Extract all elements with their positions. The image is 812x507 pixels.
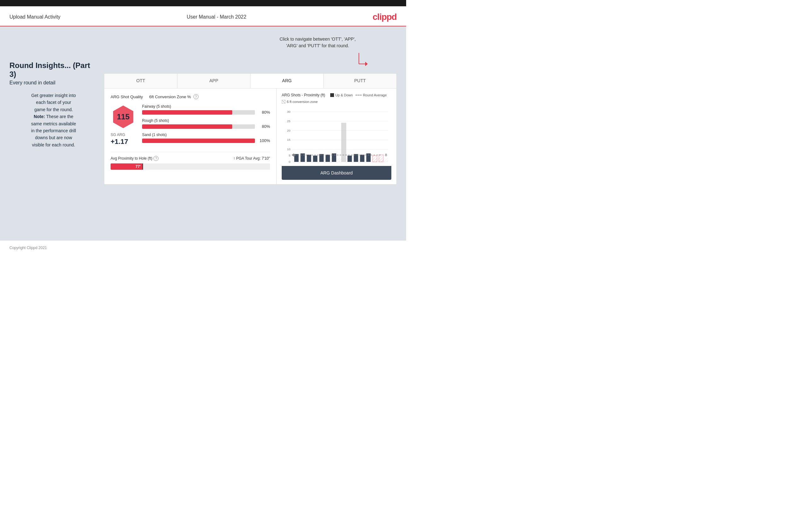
legend-roundavg: Round Average: [355, 93, 387, 97]
bar-rough-fill: [142, 124, 232, 129]
bar-sand-container: [142, 138, 255, 143]
bar-fairway: Fairway (5 shots) 80%: [142, 104, 270, 115]
main-card: OTT APP ARG PUTT ARG Shot Quality 6ft Co…: [104, 73, 397, 184]
tab-app[interactable]: APP: [177, 74, 251, 88]
bar-fairway-fill: [142, 110, 232, 115]
sg-value: +1.17: [111, 137, 136, 146]
card-right-section: ARG Shots - Proximity (ft) Up & Down Rou…: [277, 89, 396, 184]
proximity-label-text: Avg Proximity to Hole (ft): [111, 156, 152, 161]
proximity-bar-fill: 77': [111, 163, 142, 170]
left-panel: Round Insights... (Part 3) Every round i…: [9, 36, 98, 148]
legend-updown: Up & Down: [330, 93, 353, 97]
arg-dashboard-button[interactable]: ARG Dashboard: [282, 166, 391, 180]
upload-link[interactable]: Upload Manual Activity: [9, 14, 60, 20]
card-left-header: ARG Shot Quality 6ft Conversion Zone % ?: [111, 94, 270, 99]
hex-badge: 115 SG ARG +1.17: [111, 104, 136, 146]
svg-rect-21: [301, 153, 305, 162]
bar-sand-fill: [142, 138, 255, 143]
proximity-info-icon[interactable]: ?: [153, 156, 158, 161]
pga-avg: ↑ PGA Tour Avg: 7'10": [233, 156, 270, 161]
header: Upload Manual Activity User Manual - Mar…: [0, 6, 406, 26]
proximity-section: Avg Proximity to Hole (ft) ? ↑ PGA Tour …: [111, 152, 270, 170]
insight-line2: each facet of your: [36, 100, 71, 105]
nav-arrow-icon: [349, 53, 368, 70]
note-line3: in the performance drill: [31, 128, 76, 133]
legend-updown-icon: [330, 93, 334, 97]
svg-rect-25: [325, 155, 330, 162]
hex-section: 115 SG ARG +1.17 Fairway (5 sh: [111, 104, 270, 147]
legend-roundavg-label: Round Average: [363, 93, 387, 97]
svg-marker-2: [365, 62, 368, 66]
legend-conversion: 6 ft conversion zone: [282, 100, 318, 104]
chart-area: 30 25 20 15 10 5 0: [282, 106, 391, 166]
info-icon[interactable]: ?: [194, 94, 199, 99]
chart-svg: 30 25 20 15 10 5 0: [282, 106, 391, 166]
svg-text:15: 15: [287, 138, 291, 142]
hint-row: Click to navigate between 'OTT', 'APP','…: [104, 36, 397, 49]
hex-number: 115: [117, 112, 130, 121]
right-panel: Click to navigate between 'OTT', 'APP','…: [104, 36, 397, 184]
svg-rect-33: [379, 155, 383, 162]
svg-rect-24: [319, 154, 323, 162]
svg-text:25: 25: [287, 119, 291, 123]
tab-bar: OTT APP ARG PUTT: [104, 74, 396, 89]
bar-rough-container: [142, 124, 255, 129]
svg-text:0: 0: [289, 160, 291, 163]
tab-putt[interactable]: PUTT: [323, 74, 396, 88]
proximity-header: Avg Proximity to Hole (ft) ? ↑ PGA Tour …: [111, 156, 270, 161]
svg-rect-29: [354, 154, 358, 162]
proximity-label: Avg Proximity to Hole (ft) ?: [111, 156, 158, 161]
proximity-cursor: [142, 163, 143, 170]
bar-rough: Rough (5 shots) 80%: [142, 118, 270, 129]
svg-rect-32: [372, 156, 377, 162]
svg-rect-23: [313, 156, 317, 162]
bar-sand-row: 100%: [142, 138, 270, 143]
legend-updown-label: Up & Down: [335, 93, 353, 97]
proximity-bar-value: 77': [136, 164, 141, 169]
clippd-logo: clippd: [373, 12, 397, 22]
copyright-text: Copyright Clippd 2021: [9, 246, 47, 250]
svg-text:10: 10: [287, 148, 291, 151]
bar-sand: Sand (1 shots) 100%: [142, 132, 270, 143]
bar-rough-pct: 80%: [257, 124, 270, 129]
tab-arg[interactable]: ARG: [251, 74, 323, 88]
card-left-section: ARG Shot Quality 6ft Conversion Zone % ?: [104, 89, 277, 184]
section-title: Round Insights... (Part 3): [9, 61, 98, 79]
svg-text:8: 8: [385, 153, 387, 157]
svg-text:20: 20: [287, 129, 291, 132]
document-title: User Manual - March 2022: [187, 14, 246, 20]
chart-header: ARG Shots - Proximity (ft) Up & Down Rou…: [282, 93, 391, 104]
legend-roundavg-icon: [355, 95, 362, 96]
section-subtitle: Every round in detail: [9, 80, 98, 86]
note-line5: visible for each round.: [32, 142, 75, 148]
tab-ott[interactable]: OTT: [104, 74, 177, 88]
bar-rough-row: 80%: [142, 124, 270, 129]
chart-title: ARG Shots - Proximity (ft): [282, 93, 325, 97]
note-line2: same metrics available: [31, 121, 76, 126]
arrow-area: [104, 53, 397, 70]
svg-rect-22: [307, 155, 311, 162]
card-body: ARG Shot Quality 6ft Conversion Zone % ?: [104, 89, 396, 184]
sg-section: SG ARG +1.17: [111, 132, 136, 146]
insight-line1: Get greater insight into: [31, 93, 76, 98]
content-layout: Round Insights... (Part 3) Every round i…: [9, 36, 397, 184]
insight-text: Get greater insight into each facet of y…: [9, 92, 98, 148]
quality-label: ARG Shot Quality: [111, 95, 143, 99]
svg-rect-28: [348, 156, 352, 162]
svg-rect-26: [332, 153, 336, 162]
bar-sand-label: Sand (1 shots): [142, 132, 270, 137]
nav-hint-text: Click to navigate between 'OTT', 'APP','…: [280, 36, 356, 49]
main-content: Round Insights... (Part 3) Every round i…: [0, 26, 406, 240]
bars-section: Fairway (5 shots) 80%: [142, 104, 270, 147]
svg-rect-27: [341, 123, 346, 162]
bar-fairway-container: [142, 110, 255, 115]
svg-text:30: 30: [287, 110, 291, 113]
legend-conversion-label: 6 ft conversion zone: [287, 100, 318, 104]
hexagon: 115: [111, 104, 136, 129]
footer: Copyright Clippd 2021: [0, 240, 406, 255]
note-line1: These are the: [45, 114, 73, 119]
bar-fairway-label: Fairway (5 shots): [142, 104, 270, 109]
svg-text:5: 5: [289, 154, 291, 157]
note-label: Note:: [34, 114, 45, 119]
bar-sand-pct: 100%: [257, 138, 270, 143]
